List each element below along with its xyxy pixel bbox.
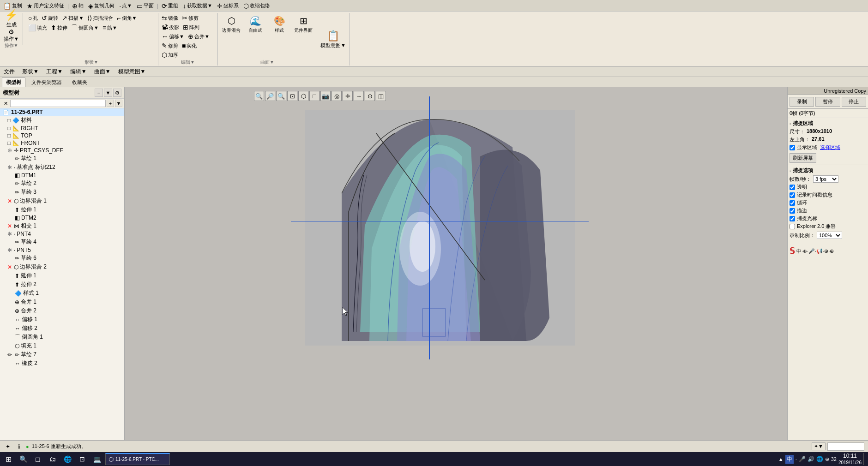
reorg-btn[interactable]: ⟳重组 — [160, 2, 180, 10]
task-btn-search[interactable]: 🔍 — [17, 453, 30, 465]
menu-item-engineering[interactable]: 工程▼ — [46, 68, 63, 76]
point-btn[interactable]: ·点▼ — [118, 2, 133, 10]
orient-btn[interactable]: ◎ — [332, 91, 342, 101]
tree-item[interactable]: ⊕ ✛ PRT_CSYS_DEF — [0, 147, 124, 154]
merge-btn[interactable]: ⊕合并▼ — [187, 32, 211, 41]
tree-item[interactable]: ⬆ 拉伸 1 — [0, 205, 124, 214]
tree-item[interactable]: □ 📐 RIGHT — [0, 125, 124, 132]
search-add-btn[interactable]: + — [107, 100, 114, 107]
tray-network[interactable]: 🌐 — [816, 456, 823, 462]
active-app-taskbar[interactable]: ⬡ 11-25-6.PRT - PTC... — [105, 453, 170, 465]
explorer-checkbox[interactable] — [790, 224, 795, 229]
tree-item[interactable]: ⬡ 填充 1 — [0, 341, 124, 350]
compare-btn[interactable]: ◫ — [376, 91, 386, 101]
chamfer-btn[interactable]: ⌐倒角▼ — [115, 14, 138, 22]
mirror-btn[interactable]: ⇆镜像 — [160, 14, 180, 22]
copy-btn[interactable]: 📋复制 — [2, 2, 24, 10]
menu-item-shape[interactable]: 形状▼ — [22, 68, 39, 76]
tree-item[interactable]: ✏ 草绘 4 — [0, 238, 124, 246]
task-btn-taskview[interactable]: ◻ — [31, 453, 44, 465]
zoom-fit-btn[interactable]: 🔍 — [254, 91, 264, 101]
modify-btn[interactable]: ✎修剪 — [160, 42, 180, 50]
menu-item-model[interactable]: 模型意图▼ — [118, 68, 146, 76]
record-btn[interactable]: 录制 — [790, 97, 814, 107]
tray-arrow-btn[interactable]: ▲ — [778, 456, 784, 462]
tab-favorites[interactable]: 收藏夹 — [68, 78, 91, 87]
start-btn[interactable]: ⊞ — [2, 453, 15, 465]
task-btn-app1[interactable]: ⊡ — [76, 453, 89, 465]
tree-item[interactable]: ◧ DTM2 — [0, 214, 124, 221]
tray-mic[interactable]: 🎤 — [799, 456, 806, 462]
round-btn[interactable]: ⌒倒圆角▼ — [70, 23, 100, 32]
tree-filter-btn[interactable]: ▼ — [104, 89, 112, 97]
revolve-btn[interactable]: ↺旋转 — [40, 14, 60, 22]
tree-item[interactable]: ✏ 草绘 1 — [0, 154, 124, 163]
timestamp-checkbox[interactable] — [790, 192, 795, 198]
tree-item[interactable]: ✱ · 基准点 标识212 — [0, 163, 124, 172]
tree-item[interactable]: ✏ ✏ 草绘 7 — [0, 350, 124, 359]
tab-model-tree[interactable]: 模型树 — [2, 78, 25, 87]
tab-folder-browser[interactable]: 文件夹浏览器 — [27, 78, 66, 87]
tree-item[interactable]: ✏ 草绘 3 — [0, 188, 124, 197]
tree-item[interactable]: ⬆ 拉伸 2 — [0, 280, 124, 289]
plane-btn[interactable]: ▭平面 — [135, 2, 155, 10]
swept-blend-btn[interactable]: ⟨⟩扫描混合 — [86, 14, 115, 22]
task-btn-browser[interactable]: 🌐 — [61, 453, 74, 465]
tree-item[interactable]: ✱ · PNT4 — [0, 230, 124, 238]
style-btn[interactable]: 🎨 样式 — [268, 15, 291, 38]
zoom-in-btn[interactable]: 🔎 — [265, 91, 275, 101]
tree-item[interactable]: ◧ DTM1 — [0, 172, 124, 179]
trim-btn[interactable]: ✂修剪 — [181, 14, 200, 22]
tree-item[interactable]: ⬆ 延伸 1 — [0, 271, 124, 280]
generate-btn[interactable]: ⚡ 生成 — [5, 9, 18, 28]
geometry-input[interactable]: 几何 — [827, 442, 864, 451]
wireframe-btn[interactable]: □ — [309, 91, 319, 101]
arrow-btn[interactable]: → — [354, 91, 364, 101]
loop-checkbox[interactable] — [790, 200, 795, 206]
show-desktop-btn[interactable] — [863, 453, 866, 465]
zoom-out-btn[interactable]: 🔍 — [276, 91, 286, 101]
tree-item[interactable]: ✏ 草绘 6 — [0, 254, 124, 263]
search-input[interactable] — [10, 100, 106, 107]
tree-item[interactable]: ⊕ 合并 1 — [0, 298, 124, 306]
transparent-checkbox[interactable] — [790, 185, 795, 190]
ops-btn[interactable]: ⚙ 操作▼ — [4, 28, 19, 42]
search-dropdown-btn[interactable]: ▼ — [115, 100, 122, 107]
tree-item[interactable]: ↔ 偏移 1 — [0, 315, 124, 324]
tree-item[interactable]: □ 📐 TOP — [0, 132, 124, 139]
status-info-btn[interactable]: ℹ — [15, 442, 23, 451]
tree-item[interactable]: 🔷 样式 1 — [0, 289, 124, 298]
getdata-btn[interactable]: ↓获取数据▼ — [181, 2, 214, 10]
tree-item[interactable]: ✕ ⋈ 相交 1 — [0, 221, 124, 230]
csys-btn[interactable]: ✛坐标系 — [216, 2, 240, 10]
task-btn-app2[interactable]: 💻 — [90, 453, 103, 465]
axis-view-btn[interactable]: ✛ — [343, 91, 353, 101]
tree-item[interactable]: ↔ 橡皮 2 — [0, 359, 124, 368]
tree-item[interactable]: ✏ 草绘 2 — [0, 179, 124, 188]
tree-item[interactable]: □ 📐 FRONT — [0, 139, 124, 147]
stop-btn[interactable]: 停止 — [842, 97, 866, 107]
hole-btn[interactable]: ○孔 — [27, 14, 39, 22]
thicken-btn[interactable]: ⬡加厚 — [160, 51, 180, 59]
extrude-btn[interactable]: ⬆拉伸 — [49, 24, 69, 32]
tree-item[interactable]: ✱ · PNT5 — [0, 246, 124, 254]
task-btn-folder[interactable]: 🗂 — [46, 453, 59, 465]
udf-btn[interactable]: ★复制用户定义特征 — [25, 2, 66, 10]
show-area-checkbox[interactable] — [790, 145, 795, 150]
sweep-btn[interactable]: ↗扫描▼ — [60, 14, 85, 22]
offset2-btn[interactable]: ↔偏移▼ — [160, 32, 186, 41]
project-btn[interactable]: 📽投影 — [160, 23, 181, 31]
tree-item[interactable]: ⊕ 合并 2 — [0, 306, 124, 315]
solidify-btn[interactable]: ■实化 — [181, 42, 198, 50]
freestyle-btn[interactable]: 🌊 自由式 — [244, 15, 267, 38]
tree-item[interactable]: ✕ ⬡ 边界混合 1 — [0, 197, 124, 205]
search-close-btn[interactable]: ✕ — [2, 100, 9, 107]
pause-btn[interactable]: 暂停 — [815, 97, 840, 107]
tree-item[interactable]: ⌒ 倒圆角 1 — [0, 333, 124, 341]
menu-item-surface[interactable]: 曲面▼ — [94, 68, 111, 76]
tree-item[interactable]: 📄 11-25-6.PRT — [0, 108, 124, 116]
fill-btn[interactable]: ⬜填充 — [27, 24, 48, 32]
tray-icon1[interactable]: · — [796, 456, 797, 462]
rib-btn[interactable]: ≡筋▼ — [101, 24, 119, 32]
menu-item-file[interactable]: 文件 — [4, 68, 15, 76]
